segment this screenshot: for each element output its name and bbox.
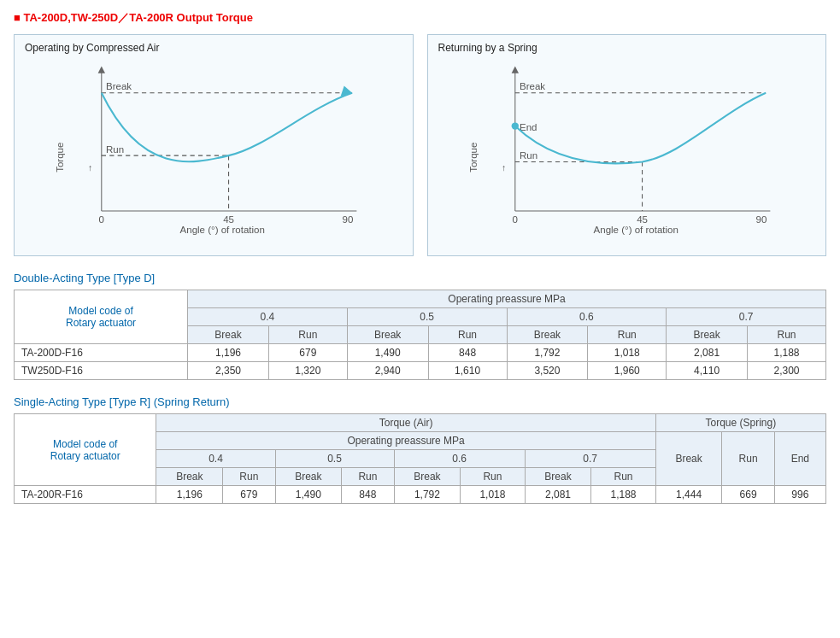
sa-air-header: Torque (Air) [156,414,655,432]
svg-text:Angle (°) of rotation: Angle (°) of rotation [593,225,678,235]
svg-text:0: 0 [512,214,517,225]
single-acting-section: Single-Acting Type [Type R] (Spring Retu… [14,395,826,504]
data-cell: 1,490 [275,486,342,504]
data-cell: 1,188 [748,344,826,362]
chart1-title: Operating by Compressed Air [25,42,402,54]
data-cell: 1,196 [156,486,223,504]
table-header-row1: Model code ofRotary actuator Operating p… [15,290,826,308]
sa-header-row1: Model code ofRotary actuator Torque (Air… [15,414,826,432]
data-cell: 4,110 [667,362,748,380]
svg-text:90: 90 [342,214,353,225]
data-cell: 848 [428,344,507,362]
data-cell: 2,081 [525,486,591,504]
sa-pressure-04: 0.4 [156,450,275,468]
chart1-svg: Torque ↑ Angle (°) of rotation 0 45 90 B… [25,59,402,247]
svg-text:45: 45 [637,214,648,225]
sub-break4: Break [667,326,748,344]
table-row: TW250D-F162,3501,3202,9401,6103,5201,960… [15,362,826,380]
sa-sub-run3: Run [461,468,525,486]
data-cell: 848 [342,486,394,504]
double-acting-title: Double-Acting Type [Type D] [14,272,826,284]
svg-marker-2 [98,66,105,73]
chart-spring-return: Returning by a Spring Torque ↑ Angle (°)… [427,34,827,256]
chart1-area: Torque ↑ Angle (°) of rotation 0 45 90 B… [25,59,402,247]
data-cell: 2,940 [347,362,428,380]
model-cell: TW250D-F16 [15,362,188,380]
sub-break3: Break [507,326,588,344]
sub-run1: Run [268,326,347,344]
sa-pressure-07: 0.7 [525,450,655,468]
sa-sub-break1: Break [156,468,223,486]
data-cell: 1,444 [655,486,722,504]
sa-pressure-header: Operating preassure MPa [156,432,655,450]
data-cell: 1,490 [347,344,428,362]
data-cell: 1,188 [591,486,655,504]
model-cell: TA-200D-F16 [15,344,188,362]
page-title: ■ TA-200D,TW-250D／TA-200R Output Torque [14,10,826,26]
single-acting-body: TA-200R-F161,1966791,4908481,7921,0182,0… [15,486,826,504]
sa-sub-run1: Run [223,468,275,486]
svg-text:Run: Run [520,150,537,161]
svg-text:45: 45 [223,214,234,225]
data-cell: 669 [722,486,774,504]
data-cell: 679 [268,344,347,362]
svg-text:Break: Break [520,81,545,91]
sa-sub-break2: Break [275,468,342,486]
model-cell: TA-200R-F16 [15,486,156,504]
svg-text:Run: Run [106,144,124,155]
sa-sub-run2: Run [342,468,394,486]
sa-spring-run: Run [722,432,774,486]
svg-text:Torque: Torque [467,143,478,173]
data-cell: 1,792 [507,344,588,362]
double-acting-table: Model code ofRotary actuator Operating p… [14,290,826,380]
sub-run3: Run [588,326,667,344]
chart2-area: Torque ↑ Angle (°) of rotation 0 45 90 B… [438,59,816,247]
data-cell: 996 [774,486,825,504]
sub-break2: Break [347,326,428,344]
sa-sub-run4: Run [591,468,655,486]
svg-text:0: 0 [99,214,104,225]
single-acting-table: Model code ofRotary actuator Torque (Air… [14,413,826,504]
sa-model-header: Model code ofRotary actuator [15,414,156,486]
svg-marker-17 [511,66,518,73]
data-cell: 1,610 [428,362,507,380]
sa-pressure-06: 0.6 [394,450,525,468]
model-header: Model code ofRotary actuator [15,290,188,344]
data-cell: 1,196 [188,344,269,362]
svg-text:90: 90 [755,214,767,225]
sa-spring-header: Torque (Spring) [655,414,825,432]
data-cell: 1,018 [588,344,667,362]
sub-break1: Break [188,326,269,344]
sa-spring-break: Break [655,432,722,486]
svg-text:Angle (°) of rotation: Angle (°) of rotation [180,225,265,235]
sub-run2: Run [428,326,507,344]
pressure-header: Operating preassure MPa [188,290,826,308]
chart-compressed-air: Operating by Compressed Air Torque ↑ Ang… [14,34,414,256]
data-cell: 2,300 [748,362,826,380]
svg-text:End: End [520,122,537,132]
chart2-title: Returning by a Spring [438,42,816,54]
data-cell: 1,018 [461,486,525,504]
double-acting-section: Double-Acting Type [Type D] Model code o… [14,272,826,380]
pressure-07: 0.7 [667,308,826,326]
data-cell: 2,081 [667,344,748,362]
chart2-svg: Torque ↑ Angle (°) of rotation 0 45 90 B… [438,59,816,247]
svg-point-30 [511,122,518,129]
data-cell: 1,792 [394,486,461,504]
data-cell: 1,320 [268,362,347,380]
single-acting-title: Single-Acting Type [Type R] (Spring Retu… [14,395,826,408]
table-row: TA-200R-F161,1966791,4908481,7921,0182,0… [15,486,826,504]
data-cell: 679 [223,486,275,504]
data-cell: 3,520 [507,362,588,380]
svg-text:Break: Break [106,81,132,91]
pressure-06: 0.6 [507,308,667,326]
sa-sub-break4: Break [525,468,591,486]
svg-text:↑: ↑ [502,163,506,173]
double-acting-body: TA-200D-F161,1966791,4908481,7921,0182,0… [15,344,826,380]
svg-text:Torque: Torque [55,143,65,173]
sa-sub-break3: Break [394,468,461,486]
charts-row: Operating by Compressed Air Torque ↑ Ang… [14,34,826,256]
pressure-04: 0.4 [188,308,348,326]
sa-spring-end: End [774,432,825,486]
pressure-05: 0.5 [347,308,507,326]
